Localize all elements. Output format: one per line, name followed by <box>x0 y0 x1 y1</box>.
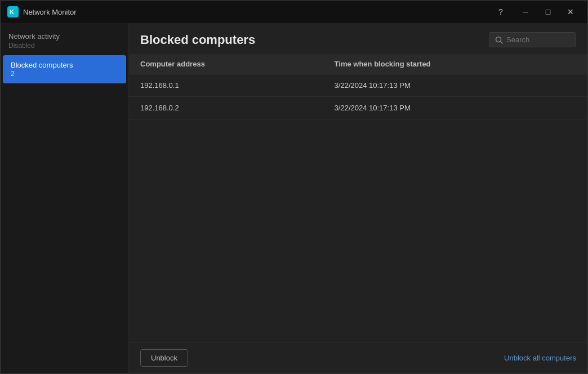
sidebar-item-blocked-computers[interactable]: Blocked computers 2 <box>3 55 126 83</box>
column-header-address: Computer address <box>129 54 323 74</box>
app-logo: K <box>7 6 19 17</box>
unblock-all-button[interactable]: Unblock all computers <box>504 354 576 362</box>
sidebar-section: Network activity Disabled <box>1 23 128 54</box>
table-header: Computer address Time when blocking star… <box>129 54 587 74</box>
app-title: Network Monitor <box>23 8 77 16</box>
unblock-button[interactable]: Unblock <box>140 349 188 367</box>
title-bar-left: K Network Monitor <box>7 6 77 17</box>
data-table: Computer address Time when blocking star… <box>129 54 587 119</box>
sidebar-item-count: 2 <box>11 70 118 78</box>
table-row[interactable]: 192.168.0.13/22/2024 10:17:13 PM <box>129 74 587 97</box>
app-window: K Network Monitor ? ─ □ ✕ Network activi… <box>0 0 588 374</box>
column-header-time: Time when blocking started <box>323 54 587 74</box>
page-title: Blocked computers <box>140 33 255 47</box>
cell-address: 192.168.0.1 <box>129 74 323 97</box>
title-bar-controls: ? ─ □ ✕ <box>493 4 581 20</box>
sidebar-section-subtitle: Disabled <box>8 42 121 50</box>
sidebar-section-title: Network activity <box>8 32 121 41</box>
table-header-row: Computer address Time when blocking star… <box>129 54 587 74</box>
cell-time: 3/22/2024 10:17:13 PM <box>323 74 587 97</box>
maximize-button[interactable]: □ <box>538 4 558 20</box>
sidebar: Network activity Disabled Blocked comput… <box>1 23 129 373</box>
panel-footer: Unblock Unblock all computers <box>129 342 587 373</box>
svg-text:K: K <box>10 8 14 15</box>
svg-line-3 <box>501 41 503 43</box>
close-button[interactable]: ✕ <box>560 4 581 20</box>
minimize-button[interactable]: ─ <box>515 4 536 20</box>
sidebar-item-label: Blocked computers <box>11 61 118 69</box>
title-bar: K Network Monitor ? ─ □ ✕ <box>1 1 587 23</box>
table-body: 192.168.0.13/22/2024 10:17:13 PM192.168.… <box>129 74 587 119</box>
table-container: Computer address Time when blocking star… <box>129 54 587 342</box>
panel-header: Blocked computers <box>129 23 587 54</box>
table-row[interactable]: 192.168.0.23/22/2024 10:17:13 PM <box>129 97 587 119</box>
help-button[interactable]: ? <box>493 4 509 20</box>
search-icon <box>495 36 503 44</box>
cell-address: 192.168.0.2 <box>129 97 323 119</box>
cell-time: 3/22/2024 10:17:13 PM <box>323 97 587 119</box>
main-content: Network activity Disabled Blocked comput… <box>1 23 587 373</box>
search-input[interactable] <box>506 35 570 44</box>
search-box[interactable] <box>489 32 576 47</box>
right-panel: Blocked computers Computer address Time <box>129 23 587 373</box>
